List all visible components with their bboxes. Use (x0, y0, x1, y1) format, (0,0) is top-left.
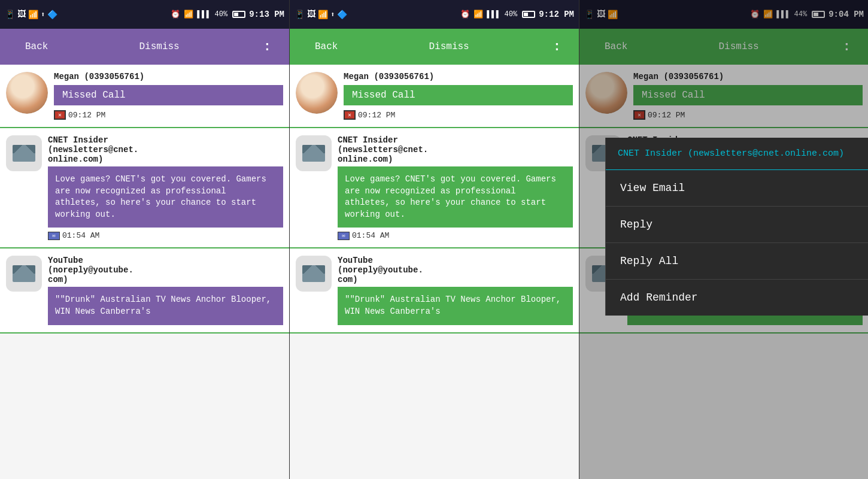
more-menu-1[interactable]: : (263, 40, 271, 54)
notification-email-yt-2[interactable]: YouTube(noreply@youtube.com) ""Drunk" Au… (290, 248, 579, 333)
notification-call-2[interactable]: Megan (0393056761) Missed Call ✕ 09:12 P… (290, 65, 579, 128)
bluetooth-icon: 🔷 (47, 10, 57, 20)
cnet-body-2: Love games? CNET's got you covered. Game… (338, 166, 573, 228)
signal-bars: ▌▌▌ (197, 10, 211, 19)
back-button-2[interactable]: Back (308, 37, 345, 57)
dropdown-sender: CNET Insider (newsletters@cnet.online.co… (618, 148, 844, 159)
mail-app-icon-2 (296, 135, 332, 171)
status-icons-right: ⏰ 📶 ▌▌▌ 40% 9:13 PM (171, 10, 284, 19)
missed-call-badge-1: Missed Call (54, 85, 283, 105)
avatar-megan-2 (296, 72, 338, 114)
dismiss-button-2[interactable]: Dismiss (421, 37, 476, 57)
yt-content-1: YouTube(noreply@youtube.com) ""Drunk" Au… (48, 256, 283, 325)
signal-bars-2: ▌▌▌ (487, 10, 500, 19)
cnet-content-2: CNET Insider(newsletters@cnet.online.com… (338, 135, 573, 240)
battery-percent-2: 40% (505, 10, 518, 19)
sender-yt-1: YouTube(noreply@youtube.com) (48, 256, 283, 284)
action-bar-2: Back Dismiss : (290, 29, 579, 65)
yt-body-2: ""Drunk" Australian TV News Anchor Bloop… (338, 287, 573, 325)
image-icon-2: 🖼 (307, 10, 315, 19)
context-menu: CNET Insider (newsletters@cnet.online.co… (605, 138, 868, 316)
yt-content-2: YouTube(noreply@youtube.com) ""Drunk" Au… (338, 256, 573, 325)
notifications-list-1: Megan (0393056761) Missed Call ✕ 09:12 P… (0, 65, 289, 479)
panel-3: 📱 🖼 📶 ⏰ 📶 ▌▌▌ 44% 9:04 PM Back Dismiss :… (579, 0, 868, 479)
time-2: 9:12 PM (539, 10, 574, 19)
back-button-1[interactable]: Back (18, 37, 55, 57)
wifi-icon: 📶 (184, 10, 193, 19)
status-bar-2: 📱 🖼 📶 ⬆ 🔷 ⏰ 📶 ▌▌▌ 40% 9:12 PM (290, 0, 579, 29)
notification-email-yt-1[interactable]: YouTube(noreply@youtube.com) ""Drunk" Au… (0, 248, 289, 333)
sender-cnet-2: CNET Insider(newsletters@cnet.online.com… (338, 135, 573, 164)
cnet-content-1: CNET Insider(newsletters@cnet.online.com… (48, 135, 283, 240)
envelope-icon-yt-1 (13, 265, 35, 282)
notification-icon-2: 📱 (295, 10, 305, 20)
mail-app-icon-yt-2 (296, 256, 332, 292)
email-icon-1: ✉ (48, 232, 60, 240)
email-time-1: ✉ 01:54 AM (48, 231, 283, 240)
signal-icon: 📶 (28, 10, 38, 20)
time-1: 9:13 PM (249, 10, 284, 19)
avatar-megan-1 (6, 72, 48, 114)
status-bar-1: 📱 🖼 📶 ⬆ 🔷 ⏰ 📶 ▌▌▌ 40% 9:13 PM (0, 0, 289, 29)
notification-call-1[interactable]: Megan (0393056761) Missed Call ✕ 09:12 P… (0, 65, 289, 128)
notification-email-cnet-1[interactable]: CNET Insider(newsletters@cnet.online.com… (0, 128, 289, 248)
sender-yt-2: YouTube(noreply@youtube.com) (338, 256, 573, 284)
envelope-icon-yt-2 (302, 265, 325, 282)
call-time-2: ✕ 09:12 PM (344, 110, 573, 120)
panel-1: 📱 🖼 📶 ⬆ 🔷 ⏰ 📶 ▌▌▌ 40% 9:13 PM Back Dismi… (0, 0, 289, 479)
email-time-2: ✉ 01:54 AM (338, 231, 573, 240)
status-icons-right-2: ⏰ 📶 ▌▌▌ 40% 9:12 PM (460, 10, 574, 19)
upload-icon-2: ⬆ (330, 10, 335, 19)
envelope-icon-2 (302, 145, 325, 162)
add-reminder-item[interactable]: Add Reminder (606, 280, 868, 316)
mail-app-icon-yt-1 (6, 256, 42, 292)
more-menu-2[interactable]: : (553, 40, 561, 54)
call-time-1: ✕ 09:12 PM (54, 110, 283, 120)
envelope-icon-1 (13, 145, 35, 162)
email-icon-2: ✉ (338, 232, 350, 240)
notifications-list-2: Megan (0393056761) Missed Call ✕ 09:12 P… (290, 65, 579, 479)
panel-2: 📱 🖼 📶 ⬆ 🔷 ⏰ 📶 ▌▌▌ 40% 9:12 PM Back Dismi… (290, 0, 579, 479)
alarm-icon: ⏰ (171, 10, 180, 19)
notification-email-cnet-2[interactable]: CNET Insider(newsletters@cnet.online.com… (290, 128, 579, 248)
sender-cnet-1: CNET Insider(newsletters@cnet.online.com… (48, 135, 283, 164)
upload-icon: ⬆ (41, 10, 45, 19)
missed-call-icon-2: ✕ (344, 110, 356, 120)
reply-item[interactable]: Reply (606, 207, 868, 243)
call-content-2: Megan (0393056761) Missed Call ✕ 09:12 P… (344, 72, 573, 120)
action-bar-1: Back Dismiss : (0, 29, 289, 65)
wifi-icon-2: 📶 (474, 10, 483, 19)
status-icons-left-2: 📱 🖼 📶 ⬆ 🔷 (295, 10, 347, 20)
call-content-1: Megan (0393056761) Missed Call ✕ 09:12 P… (54, 72, 283, 120)
view-email-item[interactable]: View Email (606, 170, 868, 207)
missed-call-badge-2: Missed Call (344, 85, 573, 105)
yt-body-1: ""Drunk" Australian TV News Anchor Bloop… (48, 287, 283, 325)
cnet-body-1: Love games? CNET's got you covered. Game… (48, 166, 283, 228)
mail-app-icon-1 (6, 135, 42, 171)
reply-all-item[interactable]: Reply All (606, 243, 868, 280)
battery-icon-1 (232, 11, 245, 18)
image-icon: 🖼 (17, 10, 26, 19)
signal-icon-2: 📶 (318, 10, 328, 20)
battery-percent-1: 40% (215, 10, 228, 19)
bluetooth-icon-2: 🔷 (337, 10, 347, 20)
sender-megan-1: Megan (0393056761) (54, 72, 283, 81)
status-icons-left: 📱 🖼 📶 ⬆ 🔷 (5, 10, 57, 20)
dismiss-button-1[interactable]: Dismiss (132, 37, 186, 57)
sender-megan-2: Megan (0393056761) (344, 72, 573, 81)
battery-icon-2 (522, 11, 535, 18)
dropdown-header: CNET Insider (newsletters@cnet.online.co… (606, 138, 868, 170)
alarm-icon-2: ⏰ (460, 10, 470, 19)
missed-call-icon-1: ✕ (54, 110, 66, 120)
notification-icon: 📱 (5, 10, 15, 20)
